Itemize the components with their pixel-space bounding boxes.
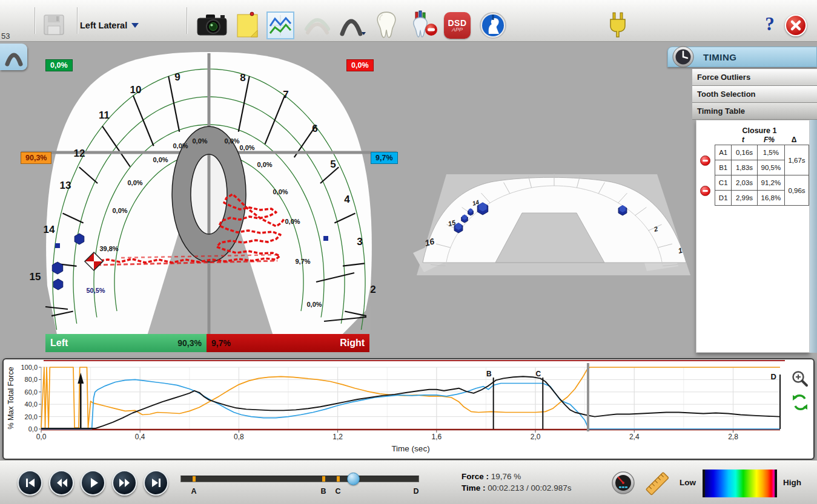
marker-label-C: C [536, 370, 541, 378]
tooth-number: 14 [44, 224, 55, 235]
dsd-app-label: APP [452, 27, 463, 33]
row-time: 2,99s [732, 191, 757, 206]
tooth-number: 3 [357, 236, 362, 247]
view-selector-dropdown[interactable]: Left Lateral [80, 13, 139, 38]
skip-end-button[interactable] [144, 470, 168, 496]
left-force-bar: Left 90,3% [45, 334, 207, 352]
arch-view-button[interactable] [337, 12, 367, 38]
force-label: Force : [461, 472, 489, 481]
timing-panel-title: TIMING [703, 52, 737, 62]
help-icon: ? [765, 13, 775, 35]
percent-label: 0,0% [112, 207, 127, 214]
row-time: 2,03s [732, 175, 757, 191]
high-label: High [783, 478, 801, 487]
rewind-button[interactable] [49, 470, 74, 496]
x-axis-label: Time (sec) [391, 444, 429, 453]
section-timing-table[interactable]: Timing Table [692, 103, 817, 120]
zoom-graph-button[interactable] [790, 369, 810, 388]
timing-panel-header[interactable]: TIMING [667, 47, 817, 67]
badge-right-half-total: 9,7% [371, 152, 398, 164]
tooth-number: 9 [174, 71, 180, 83]
tooth-number: 7 [283, 89, 288, 100]
slider-tick-C [337, 476, 340, 482]
ruler-icon [643, 468, 671, 499]
magnifier-plus-icon [791, 370, 809, 388]
col-header-t: t [730, 136, 756, 144]
remove-ab-markers-button[interactable] [700, 155, 710, 166]
toolbar-separator [187, 7, 188, 34]
right-bar-label: Right [340, 338, 365, 349]
toolbar-separator [77, 7, 78, 34]
force-value: 19,76 % [491, 472, 521, 481]
tooth-number: 2 [370, 284, 375, 295]
save-button[interactable] [40, 12, 68, 38]
percent-label: 0,0% [285, 218, 300, 225]
delta-value: 0,96s [785, 175, 809, 206]
dsd-app-button[interactable]: DSD APP [444, 12, 471, 39]
contact-point [52, 262, 62, 274]
y-axis-label: % Max Total Force [7, 367, 15, 429]
row-force: 90,5% [757, 160, 784, 175]
view-selector-label: Left Lateral [80, 21, 127, 30]
tooth-number: 12 [74, 148, 85, 159]
section-force-outliers[interactable]: Force Outliers [692, 69, 817, 86]
graph-icon [269, 14, 292, 37]
tooth-number: 10 [130, 84, 142, 96]
slider-tick-B [322, 476, 325, 482]
fast-forward-button[interactable] [112, 470, 137, 496]
closure-title: Closure 1 [730, 126, 789, 135]
contact-point [323, 236, 328, 241]
x-tick-label: 2,8 [728, 433, 738, 441]
section-tooth-selection[interactable]: Tooth Selection [692, 86, 817, 103]
percent-label: 0,0% [273, 188, 288, 195]
marker-arrowhead-A [78, 373, 84, 384]
reset-graph-button[interactable] [790, 392, 810, 413]
x-tick-label: 0,4 [135, 433, 145, 441]
help-button[interactable]: ? [759, 12, 780, 36]
force-time-chart[interactable]: 0,020,040,060,080,0100,00,00,40,81,21,62… [4, 359, 813, 459]
col-header-delta: Δ [782, 136, 805, 144]
splint-view-button[interactable] [302, 15, 333, 36]
row-time: 0,16s [732, 145, 757, 160]
tooth-view-button[interactable] [373, 10, 400, 40]
row-label: C1 [715, 175, 732, 191]
row-force: 1,5% [757, 145, 784, 160]
slider-tick-A [193, 476, 196, 482]
chevron-down-icon [131, 23, 139, 28]
connect-device-button[interactable] [606, 11, 630, 40]
graph-view-button[interactable] [266, 11, 294, 39]
time-label: Time : [461, 483, 486, 493]
right-force-bar: 9,7% Right [207, 334, 369, 352]
x-tick-label: 0,8 [234, 433, 244, 441]
gauge-button[interactable] [610, 470, 636, 496]
timeline-slider-thumb[interactable] [347, 473, 360, 485]
remove-tooth-button[interactable] [409, 10, 440, 40]
tooth-number: 13 [60, 180, 71, 191]
close-button[interactable] [785, 15, 807, 36]
skip-start-button[interactable] [18, 470, 42, 496]
percent-label: 0,0% [127, 179, 142, 186]
y-tick-label: 40,0 [25, 401, 38, 408]
slider-label-A: A [190, 487, 198, 496]
ruler-button[interactable] [643, 468, 671, 499]
marker-label-B: B [486, 370, 492, 378]
patient-head-button[interactable] [478, 11, 508, 40]
remove-cd-markers-button[interactable] [700, 186, 710, 196]
left-bar-label: Left [50, 338, 68, 349]
play-button[interactable] [81, 470, 105, 496]
timeline-slider-track[interactable] [180, 476, 419, 482]
x-tick-label: 1,2 [332, 433, 343, 441]
snapshot-button[interactable] [195, 11, 229, 39]
section-label: Tooth Selection [697, 90, 756, 99]
camera-icon [196, 12, 228, 38]
exam-number: 53 [1, 31, 10, 41]
tooth-number: 8 [240, 72, 245, 83]
notes-button[interactable] [235, 11, 260, 39]
table-row: A1 0,16s 1,5% 1,67s [715, 145, 809, 160]
force-time-graph-panel: 0,020,040,060,080,0100,00,00,40,81,21,62… [2, 358, 815, 460]
percent-label: 0,0% [306, 301, 322, 308]
arch-3d-view: 16151421 [413, 174, 690, 275]
timing-panel-edge [810, 120, 817, 353]
delta-value: 1,67s [785, 145, 809, 175]
percent-label: 0,0% [257, 161, 272, 168]
